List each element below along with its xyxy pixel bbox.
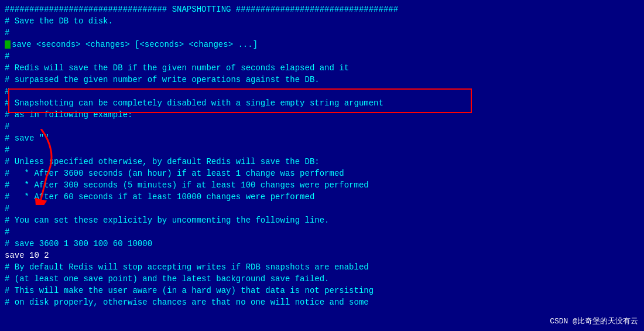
- code-line: # on disk properly, otherwise chances ar…: [5, 296, 639, 308]
- code-line: #: [5, 226, 639, 238]
- code-line: # You can set these explicitly by uncomm…: [5, 214, 639, 226]
- code-line: save <seconds> <changes> [<seconds> <cha…: [5, 39, 639, 50]
- code-line: # surpassed the given number of write op…: [5, 74, 639, 86]
- code-line: # Redis will save the DB if the given nu…: [5, 62, 639, 74]
- code-line: ################################# SNAPSH…: [5, 4, 639, 15]
- code-line: #: [5, 121, 639, 132]
- code-line: # By default Redis will stop accepting w…: [5, 261, 639, 273]
- code-line: # (at least one save point) and the late…: [5, 273, 639, 285]
- terminal-window: ################################# SNAPSH…: [0, 0, 644, 331]
- watermark: CSDN @比奇堡的天没有云: [550, 316, 638, 326]
- code-line: #: [5, 50, 639, 62]
- code-line: # Save the DB to disk.: [5, 15, 639, 27]
- code-line: # Snapshotting can be completely disable…: [5, 97, 639, 109]
- code-line: # save 3600 1 300 100 60 10000: [5, 238, 639, 250]
- code-line: # save "": [5, 132, 639, 144]
- code-line: # as in following example:: [5, 109, 639, 121]
- code-line: #: [5, 86, 639, 97]
- code-line: #: [5, 203, 639, 214]
- code-line: # * After 60 seconds if at least 10000 c…: [5, 191, 639, 203]
- code-line: save 10 2: [5, 250, 639, 261]
- arrow-annotation: [12, 129, 82, 205]
- code-display: ################################# SNAPSH…: [5, 4, 639, 308]
- code-line: #: [5, 27, 639, 39]
- code-line: #: [5, 144, 639, 156]
- code-line: # Unless specified otherwise, by default…: [5, 156, 639, 168]
- code-line: # This will make the user aware (in a ha…: [5, 285, 639, 296]
- code-line: # * After 3600 seconds (an hour) if at l…: [5, 168, 639, 179]
- code-line: # * After 300 seconds (5 minutes) if at …: [5, 179, 639, 191]
